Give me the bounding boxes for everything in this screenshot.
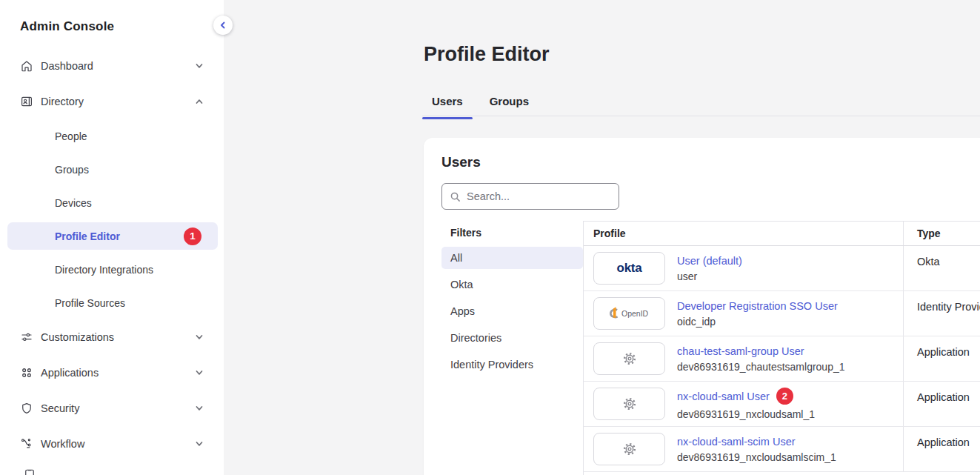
sidebar-item-label: Workflow: [41, 438, 84, 450]
sidebar-nav: Dashboard Directory People Groups Device…: [0, 48, 224, 462]
sidebar-item-label: Groups: [55, 164, 89, 176]
gear-icon: [593, 433, 665, 465]
chevron-up-icon: [195, 97, 204, 106]
sidebar-item-label: Directory Integrations: [55, 264, 153, 276]
sidebar: Admin Console Dashboard Directory: [0, 0, 224, 475]
okta-logo: okta: [593, 252, 665, 285]
sidebar-item-label: Customizations: [41, 331, 114, 343]
column-header-type: Type: [903, 222, 980, 245]
profile-type: Okta: [903, 246, 980, 290]
sidebar-item-label: Applications: [41, 367, 99, 379]
chevron-down-icon: [195, 404, 204, 413]
sidebar-item-dashboard[interactable]: Dashboard: [0, 48, 224, 84]
svg-text:OpenID: OpenID: [621, 309, 649, 318]
sidebar-item-profile-editor[interactable]: Profile Editor 1: [7, 222, 218, 250]
tab-groups[interactable]: Groups: [480, 95, 539, 118]
sidebar-item-label: Dashboard: [41, 60, 93, 72]
gear-icon: [593, 388, 665, 420]
sidebar-item-customizations[interactable]: Customizations: [0, 319, 224, 355]
sidebar-item-label: People: [55, 130, 87, 142]
profile-link[interactable]: nx-cloud-saml-scim User: [677, 436, 796, 448]
profile-link[interactable]: User (default): [677, 255, 742, 267]
chevron-down-icon: [195, 62, 204, 70]
chevron-down-icon: [195, 368, 204, 377]
table-row: nx-cloud-saml-scim User dev86931619_nxcl…: [584, 427, 980, 472]
table-header: Profile Type: [584, 222, 980, 246]
profile-id: dev86931619_chautestsamlgroup_1: [677, 361, 845, 373]
sidebar-item-label: Devices: [55, 197, 92, 209]
profile-id: dev86931619_nxcloudsamlscim_1: [677, 451, 836, 463]
profile-type: Application: [903, 336, 980, 381]
sidebar-item-profile-sources[interactable]: Profile Sources: [0, 286, 224, 319]
profile-type: Identity Provider: [903, 291, 980, 336]
workflow-icon: [20, 437, 33, 451]
filters-panel: Filters All Okta Apps Directories Identi…: [424, 221, 583, 475]
main-content: Profile Editor Users Groups Users Filter…: [224, 0, 980, 475]
page-title: Profile Editor: [424, 43, 550, 66]
sidebar-item-directory-integrations[interactable]: Directory Integrations: [0, 253, 224, 286]
sidebar-item-security[interactable]: Security: [0, 391, 224, 426]
table-row: chau-test-saml-group User dev86931619_ch…: [584, 336, 980, 382]
filter-okta[interactable]: Okta: [441, 271, 583, 298]
sidebar-item-applications[interactable]: Applications: [0, 355, 224, 391]
tab-divider: [422, 116, 980, 116]
sidebar-item-directory[interactable]: Directory: [0, 84, 224, 119]
sidebar-collapse-button[interactable]: [213, 16, 233, 35]
profile-link[interactable]: nx-cloud-saml User: [677, 391, 770, 402]
sidebar-item-label: Directory: [41, 96, 84, 107]
profiles-table: Profile Type okta User (default) user: [583, 221, 980, 475]
annotation-badge-1: 1: [184, 227, 201, 245]
id-badge-icon: [20, 95, 33, 108]
openid-logo: OpenID: [593, 297, 665, 330]
sidebar-item-label: Security: [41, 402, 79, 414]
shield-icon: [20, 402, 33, 415]
table-row: OpenID Developer Registration SSO User o…: [584, 291, 980, 336]
search-box[interactable]: [441, 183, 619, 210]
tab-bar: Users Groups: [422, 95, 539, 118]
users-panel: Users Filters All Okta Apps Directories …: [424, 138, 980, 475]
profile-id: user: [677, 270, 742, 282]
sidebar-item-workflow[interactable]: Workflow: [0, 426, 224, 462]
chevron-down-icon: [195, 439, 204, 448]
app-title: Admin Console: [0, 0, 224, 34]
profile-id: dev86931619_nxcloudsaml_1: [677, 408, 815, 420]
profile-link[interactable]: Developer Registration SSO User: [677, 300, 838, 312]
chevron-down-icon: [195, 333, 204, 342]
filters-title: Filters: [441, 221, 583, 245]
sidebar-item-groups[interactable]: Groups: [0, 153, 224, 186]
home-icon: [20, 59, 33, 73]
search-icon: [450, 191, 461, 202]
grid-dots-icon: [20, 366, 33, 379]
panel-title: Users: [424, 138, 980, 170]
chevron-left-icon: [219, 21, 227, 30]
column-header-profile: Profile: [584, 222, 903, 245]
table-row: okta User (default) user Okta: [584, 246, 980, 291]
annotation-badge-2: 2: [776, 388, 793, 405]
sliders-icon: [20, 330, 33, 344]
gear-icon: [593, 342, 665, 375]
profile-type: Application: [903, 427, 980, 471]
sidebar-item-people[interactable]: People: [0, 119, 224, 153]
profile-id: oidc_idp: [677, 316, 838, 328]
filter-apps[interactable]: Apps: [441, 298, 583, 325]
sidebar-item-label: Profile Sources: [55, 297, 125, 309]
tab-users[interactable]: Users: [422, 95, 473, 118]
sidebar-item-label: Profile Editor: [55, 230, 120, 242]
search-input[interactable]: [467, 190, 619, 202]
reports-icon: [23, 468, 36, 475]
sidebar-item-devices[interactable]: Devices: [0, 186, 224, 219]
profile-type: Application: [903, 382, 980, 426]
filter-identity-providers[interactable]: Identity Providers: [441, 351, 583, 378]
profile-link[interactable]: chau-test-saml-group User: [677, 345, 804, 357]
filter-all[interactable]: All: [441, 247, 583, 269]
table-row: nx-cloud-saml User 2 dev86931619_nxcloud…: [584, 382, 980, 427]
filter-directories[interactable]: Directories: [441, 325, 583, 351]
